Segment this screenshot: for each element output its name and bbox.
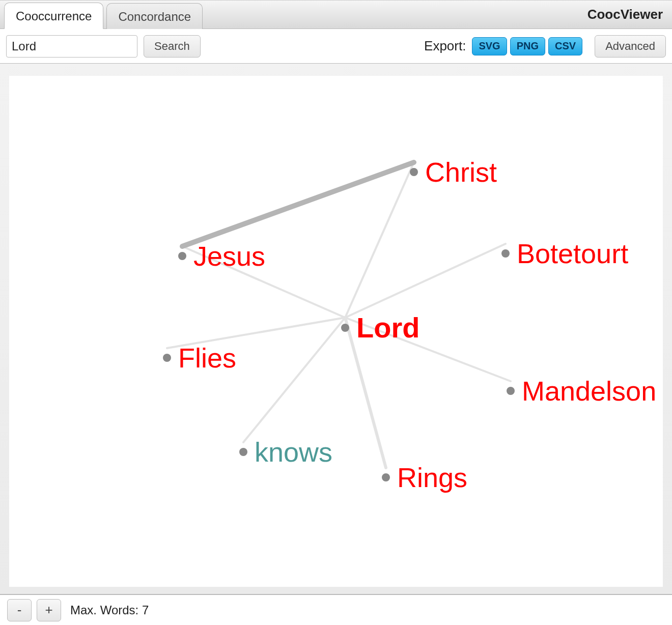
graph-edge bbox=[182, 162, 414, 246]
graph-canvas[interactable]: LordChristJesusBotetourtFliesMandelsonkn… bbox=[9, 76, 663, 587]
graph-node-rings[interactable]: Rings bbox=[382, 464, 467, 491]
app-root: Cooccurrence Concordance CoocViewer Sear… bbox=[0, 0, 672, 625]
tab-bar: Cooccurrence Concordance CoocViewer bbox=[0, 0, 672, 29]
export-label: Export: bbox=[424, 38, 466, 54]
graph-node-botetourt[interactable]: Botetourt bbox=[501, 240, 628, 267]
footer-bar: - + Max. Words: 7 bbox=[0, 594, 672, 625]
node-dot-icon bbox=[341, 324, 349, 332]
graph-node-jesus[interactable]: Jesus bbox=[178, 242, 265, 270]
graph-node-christ[interactable]: Christ bbox=[410, 158, 497, 186]
search-button[interactable]: Search bbox=[144, 35, 201, 58]
graph-node-mandelson[interactable]: Mandelson bbox=[507, 377, 656, 405]
graph-edges bbox=[9, 76, 663, 587]
search-input[interactable] bbox=[6, 35, 137, 58]
increase-words-button[interactable]: + bbox=[37, 599, 61, 621]
graph-node-flies[interactable]: Flies bbox=[163, 344, 236, 372]
tab-cooccurrence[interactable]: Cooccurrence bbox=[4, 3, 103, 29]
graph-edge bbox=[345, 244, 506, 318]
node-label: Flies bbox=[178, 344, 236, 372]
node-label: Mandelson bbox=[522, 377, 656, 405]
node-dot-icon bbox=[507, 387, 515, 395]
node-label: Jesus bbox=[193, 242, 265, 270]
node-dot-icon bbox=[410, 168, 418, 176]
node-label: knows bbox=[255, 438, 332, 466]
node-label: Rings bbox=[397, 464, 467, 491]
graph-node-lord[interactable]: Lord bbox=[341, 314, 419, 342]
stage-wrap: LordChristJesusBotetourtFliesMandelsonkn… bbox=[0, 64, 672, 594]
node-label: Christ bbox=[425, 158, 497, 186]
export-csv-button[interactable]: CSV bbox=[548, 37, 582, 55]
app-brand: CoocViewer bbox=[587, 7, 663, 22]
advanced-button[interactable]: Advanced bbox=[595, 35, 666, 58]
max-words-label: Max. Words: 7 bbox=[70, 603, 149, 617]
node-label: Botetourt bbox=[517, 240, 628, 267]
node-dot-icon bbox=[239, 448, 247, 456]
node-label: Lord bbox=[356, 314, 419, 342]
tab-concordance[interactable]: Concordance bbox=[106, 3, 203, 29]
decrease-words-button[interactable]: - bbox=[7, 599, 32, 621]
export-png-button[interactable]: PNG bbox=[510, 37, 545, 55]
graph-edge bbox=[243, 318, 345, 442]
node-dot-icon bbox=[501, 249, 510, 258]
export-svg-button[interactable]: SVG bbox=[472, 37, 507, 55]
node-dot-icon bbox=[163, 354, 171, 362]
toolbar: Search Export: SVG PNG CSV Advanced bbox=[0, 29, 672, 64]
node-dot-icon bbox=[178, 252, 186, 260]
graph-node-knows[interactable]: knows bbox=[239, 438, 332, 466]
node-dot-icon bbox=[382, 473, 390, 481]
